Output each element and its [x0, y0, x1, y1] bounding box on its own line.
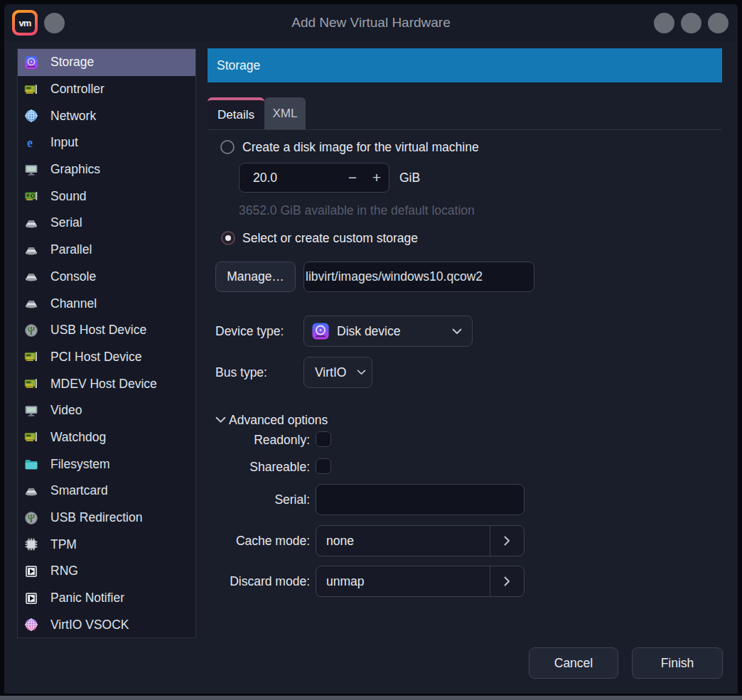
- pci-card-icon: [24, 82, 38, 97]
- sidebar-item-label: PCI Host Device: [50, 350, 141, 365]
- tab-xml-label: XML: [273, 107, 298, 121]
- bus-type-value: VirtIO: [315, 365, 357, 380]
- port-device-icon: [24, 216, 38, 230]
- chevron-down-icon: [452, 328, 462, 335]
- tab-separator-line: [208, 129, 722, 130]
- spin-increment-button[interactable]: +: [365, 169, 389, 186]
- sidebar-item-console[interactable]: Console: [18, 264, 195, 291]
- sidebar-item-storage[interactable]: Storage: [18, 49, 195, 76]
- tab-details-label: Details: [217, 108, 254, 122]
- sidebar-item-channel[interactable]: Channel: [18, 290, 195, 317]
- cache-mode-label: Cache mode:: [168, 525, 310, 556]
- folder-icon: [24, 457, 38, 471]
- sidebar-item-parallel[interactable]: Parallel: [18, 237, 195, 264]
- bus-type-dropdown[interactable]: VirtIO: [303, 357, 372, 388]
- svg-text:e: e: [27, 136, 33, 150]
- storage-path-entry[interactable]: [303, 262, 534, 292]
- cache-mode-expand-zone[interactable]: [490, 526, 524, 556]
- tab-xml[interactable]: XML: [264, 97, 306, 129]
- shareable-label[interactable]: Shareable:: [168, 459, 310, 475]
- sidebar-item-label: Graphics: [50, 162, 100, 177]
- usb-icon: [24, 323, 38, 338]
- play-box-icon: [24, 591, 38, 605]
- sidebar-item-label: Filesystem: [50, 457, 110, 472]
- create-disk-radio[interactable]: [220, 140, 235, 154]
- sidebar-item-label: Sound: [50, 189, 87, 204]
- serial-input[interactable]: [316, 485, 524, 515]
- sidebar-item-pci-host-device[interactable]: PCI Host Device: [18, 344, 195, 371]
- monitor-icon: [24, 163, 38, 177]
- sidebar-item-usb-host-device[interactable]: USB Host Device: [18, 317, 195, 344]
- sidebar-item-label: Network: [50, 109, 96, 124]
- sidebar-item-controller[interactable]: Controller: [18, 76, 195, 103]
- sidebar-item-network[interactable]: Network: [18, 102, 195, 129]
- advanced-options-label: Advanced options: [229, 413, 328, 428]
- port-device-icon: [24, 296, 38, 311]
- cancel-button-label: Cancel: [554, 656, 593, 671]
- discard-mode-label: Discard mode:: [168, 566, 310, 597]
- cancel-button[interactable]: Cancel: [529, 647, 618, 679]
- sidebar-item-mdev-host-device[interactable]: MDEV Host Device: [18, 370, 195, 397]
- sidebar-item-label: Video: [50, 403, 82, 418]
- sidebar-item-video[interactable]: Video: [18, 397, 195, 424]
- serial-entry[interactable]: [316, 484, 525, 515]
- bottom-edge-strip: [0, 696, 742, 700]
- custom-storage-radio-label[interactable]: Select or create custom storage: [242, 230, 418, 247]
- device-type-value: Disk device: [337, 324, 452, 339]
- disk-icon: [311, 322, 330, 340]
- discard-mode-dropdown[interactable]: unmap: [316, 566, 525, 597]
- sound-card-icon: [24, 189, 38, 203]
- device-type-dropdown[interactable]: Disk device: [303, 316, 473, 347]
- chip-icon: [24, 537, 38, 551]
- manage-button[interactable]: Manage…: [215, 262, 296, 292]
- finish-button[interactable]: Finish: [632, 647, 723, 679]
- sidebar-item-label: Parallel: [50, 242, 92, 257]
- port-device-icon: [24, 269, 38, 284]
- disk-icon: [24, 55, 38, 70]
- sidebar-item-sound[interactable]: Sound: [18, 183, 195, 210]
- globe-blue-icon: [24, 109, 38, 123]
- chevron-right-icon: [504, 576, 510, 586]
- storage-path-input[interactable]: [304, 262, 534, 291]
- sidebar-item-label: Panic Notifier: [50, 591, 124, 605]
- expander-chevron-down-icon: [215, 416, 226, 424]
- readonly-checkbox[interactable]: [316, 431, 331, 447]
- sidebar-item-label: RNG: [50, 564, 78, 578]
- disk-size-spinner[interactable]: 20.0 − +: [239, 163, 389, 193]
- shareable-checkbox[interactable]: [316, 458, 331, 474]
- readonly-label[interactable]: Readonly:: [168, 432, 310, 448]
- play-box-icon: [24, 564, 38, 578]
- sidebar-item-label: Controller: [50, 82, 104, 97]
- disk-size-value[interactable]: 20.0: [240, 171, 340, 185]
- tab-details[interactable]: Details: [208, 97, 264, 129]
- sidebar-item-label: Smartcard: [50, 483, 108, 498]
- cache-mode-dropdown[interactable]: none: [316, 525, 525, 556]
- window-close-button[interactable]: [708, 13, 728, 33]
- section-header-label: Storage: [208, 48, 722, 82]
- create-disk-radio-label[interactable]: Create a disk image for the virtual mach…: [242, 139, 479, 156]
- add-hardware-dialog: vm Add New Virtual Hardware StorageContr…: [0, 0, 742, 700]
- window-maximize-button[interactable]: [681, 13, 701, 33]
- window-minimize-button[interactable]: [654, 13, 674, 33]
- port-device-icon: [24, 484, 38, 498]
- chevron-down-icon: [357, 370, 366, 375]
- spin-decrement-button[interactable]: −: [340, 169, 365, 186]
- sidebar-item-label: Channel: [50, 296, 97, 311]
- advanced-options-expander[interactable]: Advanced options: [215, 411, 328, 429]
- window-title: Add New Virtual Hardware: [4, 4, 738, 41]
- serial-label: Serial:: [168, 484, 310, 515]
- discard-mode-expand-zone[interactable]: [490, 566, 524, 596]
- chevron-right-icon: [504, 536, 510, 546]
- manage-button-label: Manage…: [227, 269, 284, 284]
- disk-size-unit-label: GiB: [399, 163, 420, 193]
- input-e-icon: e: [24, 136, 38, 150]
- sidebar-item-graphics[interactable]: Graphics: [18, 156, 195, 183]
- sidebar-item-input[interactable]: eInput: [18, 129, 195, 156]
- pci-card-icon: [24, 430, 38, 444]
- sidebar-item-virtio-vsock[interactable]: VirtIO VSOCK: [18, 611, 195, 638]
- sidebar-item-label: Serial: [50, 215, 82, 230]
- custom-storage-radio[interactable]: [221, 231, 235, 245]
- titlebar: vm Add New Virtual Hardware: [4, 4, 738, 41]
- sidebar-item-serial[interactable]: Serial: [18, 210, 195, 237]
- section-header: Storage: [208, 48, 722, 82]
